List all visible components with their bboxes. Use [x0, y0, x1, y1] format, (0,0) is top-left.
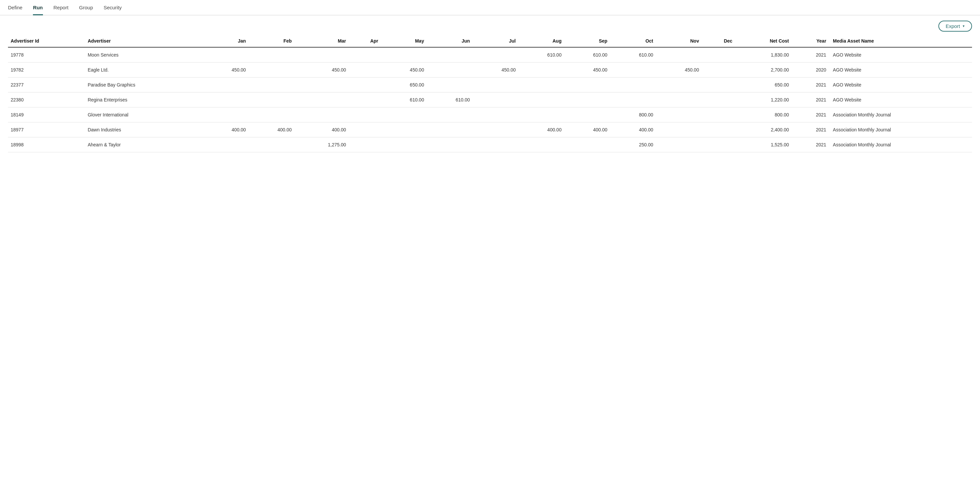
- col-jul: Jul: [474, 35, 520, 47]
- cell-sep: [566, 137, 611, 152]
- cell-mar: 1,275.00: [296, 137, 350, 152]
- cell-oct: [611, 92, 657, 108]
- cell-oct: 400.00: [611, 122, 657, 137]
- cell-jan: [204, 92, 250, 108]
- col-apr: Apr: [350, 35, 382, 47]
- cell-media_asset_name: Association Monthly Journal: [830, 122, 972, 137]
- cell-nov: [657, 108, 703, 122]
- cell-oct: 610.00: [611, 47, 657, 63]
- cell-jun: [428, 47, 474, 63]
- cell-advertiser_id: 22377: [8, 78, 85, 92]
- tabs-container: Define Run Report Group Security: [0, 0, 980, 15]
- cell-net_cost: 650.00: [737, 78, 793, 92]
- cell-year: 2021: [793, 122, 830, 137]
- cell-jun: [428, 63, 474, 78]
- col-jan: Jan: [204, 35, 250, 47]
- cell-jun: [428, 78, 474, 92]
- cell-jan: 450.00: [204, 63, 250, 78]
- cell-may: [382, 137, 428, 152]
- col-advertiser-id: Advertiser Id: [8, 35, 85, 47]
- tab-define[interactable]: Define: [8, 0, 22, 15]
- cell-nov: [657, 122, 703, 137]
- cell-aug: [520, 92, 566, 108]
- cell-jun: [428, 137, 474, 152]
- table-row: 22380Regina Enterprises610.00610.001,220…: [8, 92, 972, 108]
- cell-sep: 610.00: [566, 47, 611, 63]
- tab-group[interactable]: Group: [79, 0, 93, 15]
- cell-jun: 610.00: [428, 92, 474, 108]
- cell-aug: [520, 137, 566, 152]
- cell-oct: [611, 63, 657, 78]
- cell-dec: [703, 63, 737, 78]
- cell-advertiser: Moon Services: [85, 47, 204, 63]
- col-media-asset-name: Media Asset Name: [830, 35, 972, 47]
- col-dec: Dec: [703, 35, 737, 47]
- col-advertiser: Advertiser: [85, 35, 204, 47]
- table-row: 19778Moon Services610.00610.00610.001,83…: [8, 47, 972, 63]
- cell-jun: [428, 108, 474, 122]
- table-row: 18149Glover International800.00800.00202…: [8, 108, 972, 122]
- cell-sep: [566, 92, 611, 108]
- cell-may: [382, 108, 428, 122]
- cell-mar: [296, 78, 350, 92]
- cell-advertiser_id: 22380: [8, 92, 85, 108]
- tab-security[interactable]: Security: [103, 0, 121, 15]
- data-table: Advertiser Id Advertiser Jan Feb Mar Apr…: [8, 35, 972, 152]
- col-year: Year: [793, 35, 830, 47]
- cell-advertiser: Glover International: [85, 108, 204, 122]
- cell-dec: [703, 92, 737, 108]
- cell-nov: 450.00: [657, 63, 703, 78]
- cell-jul: 450.00: [474, 63, 520, 78]
- cell-year: 2021: [793, 92, 830, 108]
- cell-may: 610.00: [382, 92, 428, 108]
- cell-advertiser_id: 18977: [8, 122, 85, 137]
- cell-advertiser: Ahearn & Taylor: [85, 137, 204, 152]
- cell-oct: [611, 78, 657, 92]
- cell-feb: [250, 92, 296, 108]
- cell-may: [382, 122, 428, 137]
- export-button[interactable]: Export ▾: [939, 21, 972, 32]
- table-row: 18977Dawn Industries400.00400.00400.0040…: [8, 122, 972, 137]
- tab-report[interactable]: Report: [54, 0, 68, 15]
- cell-media_asset_name: AGO Website: [830, 63, 972, 78]
- cell-oct: 800.00: [611, 108, 657, 122]
- cell-nov: [657, 137, 703, 152]
- cell-may: 650.00: [382, 78, 428, 92]
- cell-jan: [204, 137, 250, 152]
- table-row: 19782Eagle Ltd.450.00450.00450.00450.004…: [8, 63, 972, 78]
- cell-mar: [296, 108, 350, 122]
- cell-advertiser: Paradise Bay Graphics: [85, 78, 204, 92]
- cell-mar: 450.00: [296, 63, 350, 78]
- cell-dec: [703, 122, 737, 137]
- cell-media_asset_name: Association Monthly Journal: [830, 137, 972, 152]
- cell-nov: [657, 47, 703, 63]
- cell-jul: [474, 78, 520, 92]
- cell-advertiser_id: 18998: [8, 137, 85, 152]
- col-aug: Aug: [520, 35, 566, 47]
- cell-advertiser: Regina Enterprises: [85, 92, 204, 108]
- cell-net_cost: 2,700.00: [737, 63, 793, 78]
- chevron-down-icon: ▾: [963, 24, 965, 28]
- cell-jul: [474, 108, 520, 122]
- cell-feb: 400.00: [250, 122, 296, 137]
- cell-apr: [350, 47, 382, 63]
- col-may: May: [382, 35, 428, 47]
- cell-apr: [350, 63, 382, 78]
- cell-apr: [350, 137, 382, 152]
- tab-run[interactable]: Run: [33, 0, 43, 15]
- cell-media_asset_name: AGO Website: [830, 92, 972, 108]
- cell-year: 2021: [793, 108, 830, 122]
- col-net-cost: Net Cost: [737, 35, 793, 47]
- col-jun: Jun: [428, 35, 474, 47]
- cell-feb: [250, 137, 296, 152]
- cell-jan: 400.00: [204, 122, 250, 137]
- cell-advertiser: Eagle Ltd.: [85, 63, 204, 78]
- cell-net_cost: 1,830.00: [737, 47, 793, 63]
- cell-media_asset_name: AGO Website: [830, 47, 972, 63]
- cell-feb: [250, 108, 296, 122]
- cell-feb: [250, 63, 296, 78]
- cell-jan: [204, 108, 250, 122]
- cell-dec: [703, 78, 737, 92]
- cell-media_asset_name: AGO Website: [830, 78, 972, 92]
- cell-advertiser_id: 19782: [8, 63, 85, 78]
